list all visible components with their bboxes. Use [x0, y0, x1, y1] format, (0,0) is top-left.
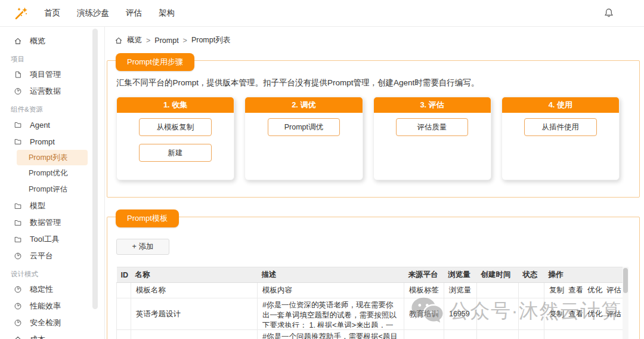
cell-status [519, 330, 544, 339]
sidebar-item-prompt-optimize[interactable]: Prompt优化 [0, 165, 104, 181]
bell-icon[interactable] [603, 8, 614, 19]
magic-wand-icon [13, 5, 29, 21]
nav-item-evaluate[interactable]: 评估 [125, 5, 143, 21]
breadcrumb-overview[interactable]: 概览 [127, 35, 142, 45]
sidebar-section-components: 组件&资源 [0, 100, 104, 116]
prompt-templates-panel-title: Prompt模板 [116, 209, 179, 227]
step-cards: 1. 收集 从模板复制 新建 2. 调优 Prompt调优 3. 评估 评估质量… [116, 97, 620, 180]
sidebar-item-project-management[interactable]: 项目管理 [0, 66, 104, 83]
table-row: 模板名称 模板内容 模板标签 浏览量 复制查看优化评估 [117, 283, 623, 298]
prompt-templates-panel: Prompt模板 + 添加 ID 名称 描述 来源平台 浏览量 创建时间 状态 [107, 217, 640, 339]
use-from-plugin-button[interactable]: 从插件使用 [524, 118, 597, 136]
prompt-steps-panel-title: Prompt使用步骤 [116, 53, 194, 71]
folder-icon [14, 202, 22, 210]
table-row: 问题推荐助手 #你是一个问题推荐助手，需要根据<题目>、<解析>以及老师和学生的… [117, 330, 623, 339]
sidebar-item-label: Prompt [30, 137, 55, 146]
breadcrumb: 概览 > Prompt > Prompt列表 [114, 35, 644, 45]
sidebar-item-label: 安全检测 [30, 318, 61, 328]
table-scrollbar-thumb[interactable] [623, 268, 628, 293]
nav-item-home[interactable]: 首页 [43, 5, 61, 21]
optimize-action-link[interactable]: 优化 [587, 310, 602, 318]
pie-chart-icon [14, 252, 22, 260]
cell-platform: 教育培训 [404, 330, 444, 339]
sidebar-section-project: 项目 [0, 50, 104, 66]
prompt-steps-panel: Prompt使用步骤 汇集不同平台的Prompt，提供版本管理。扣子平台没有提供… [107, 60, 640, 198]
pie-chart-icon [14, 319, 22, 327]
sidebar-item-cost[interactable]: 成本 [0, 331, 104, 339]
sidebar-item-operations-data[interactable]: 运营数据 [0, 83, 104, 100]
breadcrumb-separator: > [183, 36, 187, 45]
sidebar-item-label: 成本 [30, 334, 45, 339]
create-new-button[interactable]: 新建 [139, 144, 212, 162]
column-header-name: 名称 [131, 267, 258, 283]
nav-item-sandbox[interactable]: 演练沙盘 [76, 5, 110, 21]
optimize-action-link[interactable]: 优化 [587, 286, 602, 294]
nav-item-architecture[interactable]: 架构 [157, 5, 176, 21]
sidebar-item-model[interactable]: 模型 [0, 198, 104, 214]
cell-name: 问题推荐助手 [131, 330, 258, 339]
table-scrollbar-track[interactable] [623, 267, 628, 339]
copy-action-link[interactable]: 复制 [549, 286, 564, 294]
sidebar-item-overview[interactable]: 概览 [0, 33, 104, 50]
sidebar-item-tool[interactable]: Tool工具 [0, 231, 104, 248]
sidebar-item-agent[interactable]: Agent [0, 116, 104, 133]
app-logo[interactable] [12, 4, 30, 22]
pie-chart-icon [14, 285, 22, 294]
copy-from-template-button[interactable]: 从模板复制 [139, 118, 212, 136]
sidebar-item-label: 云平台 [30, 251, 53, 261]
breadcrumb-prompt[interactable]: Prompt [154, 36, 178, 45]
sidebar-item-stability[interactable]: 稳定性 [0, 281, 104, 298]
sidebar-item-performance[interactable]: 性能效率 [0, 298, 104, 315]
column-header-actions: 操作 [544, 267, 623, 283]
column-header-id: ID [117, 267, 131, 283]
sidebar-item-label: 概览 [30, 36, 45, 47]
column-header-views: 浏览量 [444, 267, 477, 283]
breadcrumb-separator: > [146, 36, 150, 45]
evaluate-quality-button[interactable]: 评估质量 [396, 118, 469, 136]
sidebar-item-cloud-platform[interactable]: 云平台 [0, 248, 104, 264]
sidebar-item-prompt-evaluate[interactable]: Prompt评估 [0, 181, 104, 198]
sidebar-item-label: 运营数据 [30, 86, 61, 97]
table-header-row: ID 名称 描述 来源平台 浏览量 创建时间 状态 操作 [117, 267, 623, 283]
sidebar-item-security[interactable]: 安全检测 [0, 315, 104, 331]
cell-id [117, 298, 131, 330]
view-action-link[interactable]: 查看 [568, 310, 583, 318]
sidebar-scrollbar[interactable] [92, 29, 98, 309]
evaluate-action-link[interactable]: 评估 [606, 286, 621, 294]
cell-actions: 复制查看优化评估 [544, 298, 623, 330]
prompt-tune-button[interactable]: Prompt调优 [268, 118, 340, 136]
column-header-platform: 来源平台 [404, 267, 444, 283]
step-card-title: 2. 调优 [245, 97, 362, 113]
main-content: 概览 > Prompt > Prompt列表 Prompt使用步骤 汇集不同平台… [106, 27, 644, 339]
step-card-title: 4. 使用 [502, 97, 619, 113]
view-action-link[interactable]: 查看 [568, 286, 583, 294]
step-card-collect: 1. 收集 从模板复制 新建 [116, 97, 234, 180]
step-card-evaluate: 3. 评估 评估质量 [373, 97, 491, 180]
sidebar-item-prompt[interactable]: Prompt [0, 133, 104, 150]
top-nav-menu: 首页 演练沙盘 评估 架构 [43, 5, 176, 21]
step-card-title: 1. 收集 [117, 97, 234, 113]
cell-views: 16959 [444, 298, 477, 330]
pie-chart-icon [14, 302, 22, 310]
sidebar-section-design-patterns: 设计模式 [0, 264, 104, 281]
sidebar-item-data-management[interactable]: 数据管理 [0, 214, 104, 231]
step-card-use: 4. 使用 从插件使用 [501, 97, 620, 180]
sidebar-item-prompt-list[interactable]: Prompt列表 [17, 150, 88, 165]
cell-id [117, 330, 131, 339]
folder-icon [14, 235, 22, 244]
prompt-steps-description: 汇集不同平台的Prompt，提供版本管理。扣子平台没有提供Prompt管理，创建… [116, 78, 639, 88]
cell-description: #你是一个问题推荐助手，需要根据<题目>、<解析>以及老师和学生的<答疑内容>过… [258, 330, 404, 339]
add-template-button[interactable]: + 添加 [116, 239, 169, 255]
cell-platform: 模板标签 [404, 283, 444, 298]
cell-status [519, 298, 544, 330]
column-header-status: 状态 [519, 267, 544, 283]
cell-name: 英语考题设计 [131, 298, 258, 330]
top-navigation-bar: 首页 演练沙盘 评估 架构 [0, 0, 644, 27]
sidebar-item-label: Agent [30, 121, 50, 130]
evaluate-action-link[interactable]: 评估 [606, 310, 621, 318]
copy-action-link[interactable]: 复制 [549, 310, 564, 318]
step-card-tune: 2. 调优 Prompt调优 [244, 97, 363, 180]
cell-actions: 复制查看优化评估 [544, 283, 623, 298]
pie-chart-icon [14, 87, 22, 95]
breadcrumb-prompt-list[interactable]: Prompt列表 [191, 35, 230, 45]
